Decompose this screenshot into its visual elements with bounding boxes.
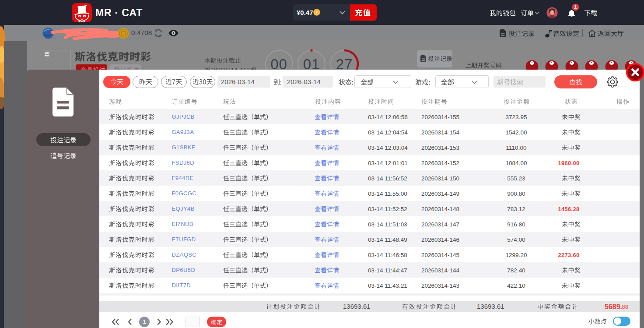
- svg-text:¥: ¥: [315, 10, 318, 14]
- svg-text:1: 1: [574, 4, 577, 10]
